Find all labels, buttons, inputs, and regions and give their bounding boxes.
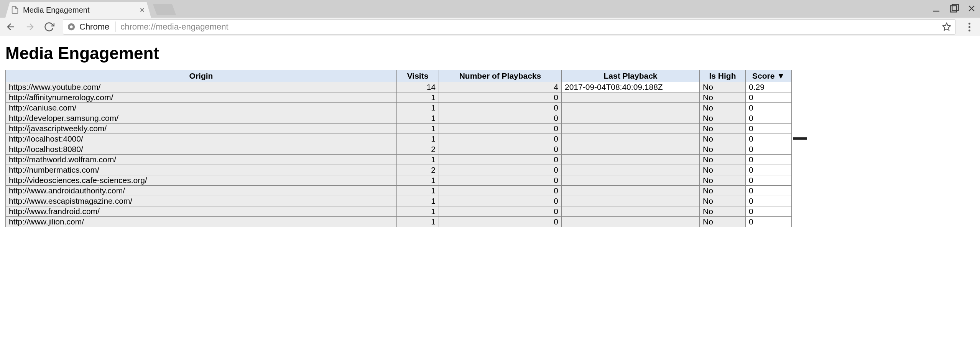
table-row: http://www.androidauthority.com/10No0: [6, 186, 792, 196]
cell-visits: 1: [397, 134, 439, 144]
table-row: http://caniuse.com/10No0: [6, 103, 792, 113]
cell-is-high: No: [700, 92, 746, 103]
cell-score: 0: [746, 155, 792, 165]
cell-visits: 1: [397, 206, 439, 217]
col-last-playback[interactable]: Last Playback: [562, 70, 700, 82]
cell-origin: http://javascriptweekly.com/: [6, 124, 397, 134]
cell-origin: http://videosciences.cafe-sciences.org/: [6, 175, 397, 186]
cell-origin: http://numbermatics.com/: [6, 165, 397, 175]
cell-playbacks: 0: [439, 206, 562, 217]
cell-score: 0: [746, 165, 792, 175]
cell-visits: 1: [397, 113, 439, 124]
col-origin[interactable]: Origin: [6, 70, 397, 82]
table-row: http://www.frandroid.com/10No0: [6, 206, 792, 217]
cell-playbacks: 0: [439, 196, 562, 206]
cell-score: 0.29: [746, 82, 792, 92]
table-row: https://www.youtube.com/1442017-09-04T08…: [6, 82, 792, 92]
cell-visits: 1: [397, 103, 439, 113]
svg-point-10: [70, 25, 72, 28]
cell-last-playback: [562, 103, 700, 113]
cell-last-playback: [562, 144, 700, 155]
cell-last-playback: [562, 196, 700, 206]
active-tab[interactable]: Media Engagement: [5, 2, 151, 18]
cell-visits: 2: [397, 165, 439, 175]
cell-last-playback: [562, 124, 700, 134]
tab-strip: Media Engagement: [0, 0, 980, 18]
cell-last-playback: [562, 175, 700, 186]
cell-score: 0: [746, 92, 792, 103]
browser-chrome: Media Engagement Chrome chrome://media-e…: [0, 0, 980, 36]
cell-playbacks: 0: [439, 113, 562, 124]
maximize-icon[interactable]: [949, 3, 959, 14]
cell-last-playback: [562, 206, 700, 217]
col-playbacks[interactable]: Number of Playbacks: [439, 70, 562, 82]
close-window-icon[interactable]: [966, 3, 977, 14]
cell-last-playback: [562, 186, 700, 196]
col-score[interactable]: Score ▼: [746, 70, 792, 82]
cell-score: 0: [746, 175, 792, 186]
resize-handle[interactable]: [793, 137, 807, 140]
cell-is-high: No: [700, 196, 746, 206]
cell-is-high: No: [700, 82, 746, 92]
minimize-icon[interactable]: [931, 3, 942, 14]
cell-score: 0: [746, 134, 792, 144]
table-row: http://localhost:8080/20No0: [6, 144, 792, 155]
cell-origin: http://www.escapistmagazine.com/: [6, 196, 397, 206]
reload-icon[interactable]: [44, 21, 54, 32]
table-row: http://developer.samsung.com/10No0: [6, 113, 792, 124]
cell-last-playback: [562, 155, 700, 165]
cell-score: 0: [746, 196, 792, 206]
separator: [115, 21, 116, 32]
col-is-high[interactable]: Is High: [700, 70, 746, 82]
cell-origin: http://localhost:8080/: [6, 144, 397, 155]
cell-is-high: No: [700, 144, 746, 155]
table-header-row: Origin Visits Number of Playbacks Last P…: [6, 70, 792, 82]
window-controls: [931, 3, 977, 14]
cell-is-high: No: [700, 165, 746, 175]
cell-score: 0: [746, 186, 792, 196]
cell-last-playback: 2017-09-04T08:40:09.188Z: [562, 82, 700, 92]
table-row: http://javascriptweekly.com/10No0: [6, 124, 792, 134]
cell-playbacks: 0: [439, 165, 562, 175]
col-visits[interactable]: Visits: [397, 70, 439, 82]
table-row: http://localhost:4000/10No0: [6, 134, 792, 144]
cell-origin: http://www.jilion.com/: [6, 217, 397, 227]
url-path: chrome://media-engagement: [120, 22, 228, 32]
cell-visits: 1: [397, 186, 439, 196]
table-row: http://mathworld.wolfram.com/10No0: [6, 155, 792, 165]
cell-is-high: No: [700, 103, 746, 113]
menu-icon[interactable]: [964, 21, 975, 32]
chrome-logo-icon: [67, 23, 76, 31]
cell-origin: http://mathworld.wolfram.com/: [6, 155, 397, 165]
back-icon[interactable]: [5, 21, 16, 32]
cell-playbacks: 4: [439, 82, 562, 92]
cell-origin: http://localhost:4000/: [6, 134, 397, 144]
cell-origin: http://caniuse.com/: [6, 103, 397, 113]
cell-visits: 1: [397, 217, 439, 227]
cell-last-playback: [562, 113, 700, 124]
cell-playbacks: 0: [439, 217, 562, 227]
cell-playbacks: 0: [439, 124, 562, 134]
address-bar[interactable]: Chrome chrome://media-engagement: [63, 19, 955, 35]
cell-playbacks: 0: [439, 144, 562, 155]
cell-origin: http://affinitynumerology.com/: [6, 92, 397, 103]
cell-is-high: No: [700, 175, 746, 186]
cell-origin: http://developer.samsung.com/: [6, 113, 397, 124]
cell-visits: 1: [397, 175, 439, 186]
url-scheme: Chrome: [79, 22, 109, 32]
close-icon[interactable]: [139, 7, 146, 13]
forward-icon[interactable]: [25, 21, 35, 32]
new-tab-button[interactable]: [153, 4, 176, 15]
page-title: Media Engagement: [5, 44, 975, 63]
cell-last-playback: [562, 165, 700, 175]
cell-score: 0: [746, 103, 792, 113]
bookmark-star-icon[interactable]: [942, 22, 951, 31]
cell-last-playback: [562, 92, 700, 103]
table-row: http://videosciences.cafe-sciences.org/1…: [6, 175, 792, 186]
table-row: http://www.jilion.com/10No0: [6, 217, 792, 227]
cell-origin: http://www.frandroid.com/: [6, 206, 397, 217]
page-content: Media Engagement Origin Visits Number of…: [0, 36, 980, 233]
cell-playbacks: 0: [439, 186, 562, 196]
cell-is-high: No: [700, 124, 746, 134]
cell-visits: 14: [397, 82, 439, 92]
